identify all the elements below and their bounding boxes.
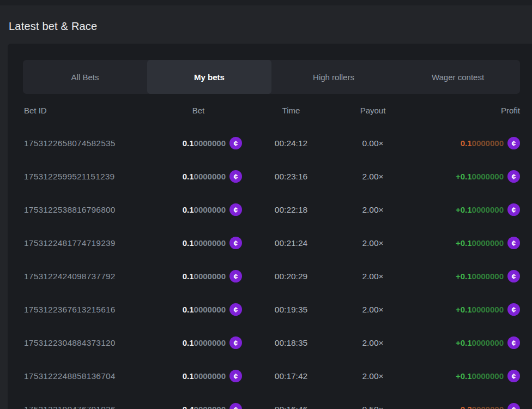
coin-icon: ¢ <box>507 303 520 316</box>
bet-payout: 0.00× <box>340 139 406 148</box>
amount-value: +0.10000000 <box>456 305 504 314</box>
coin-icon: ¢ <box>229 170 242 183</box>
bet-payout: 2.00× <box>340 238 406 248</box>
bet-payout: 2.00× <box>340 305 406 315</box>
bet-amount-cell: 0.10000000¢ <box>155 203 242 216</box>
coin-icon: ¢ <box>229 303 242 316</box>
tab-high-rollers[interactable]: High rollers <box>271 60 396 94</box>
bet-id: 1753122190476791926 <box>24 405 155 409</box>
top-edge-strip <box>0 0 532 5</box>
coin-icon: ¢ <box>229 237 242 249</box>
tab-all-bets[interactable]: All Bets <box>23 60 147 94</box>
bet-profit-cell: +0.10000000¢ <box>406 237 520 249</box>
coin-icon: ¢ <box>507 237 520 249</box>
bet-payout: 2.00× <box>340 272 406 281</box>
coin-icon: ¢ <box>507 137 520 149</box>
amount-value: 0.10000000 <box>183 272 226 281</box>
col-header-profit: Profit <box>406 106 520 115</box>
amount-value: +0.10000000 <box>456 172 504 181</box>
bet-id: 1753122658074582535 <box>24 139 155 148</box>
amount-value: +0.10000000 <box>456 338 504 347</box>
bet-time: 00:17:42 <box>242 371 340 381</box>
coin-icon: ¢ <box>229 403 242 409</box>
coin-icon: ¢ <box>507 403 520 409</box>
bets-table: Bet ID Bet Time Payout Profit 1753122658… <box>24 94 520 409</box>
bet-payout: 2.00× <box>340 338 406 348</box>
coin-icon: ¢ <box>507 203 520 216</box>
bet-row[interactable]: 17531225995211512390.10000000¢00:23:162.… <box>24 160 520 193</box>
bet-id: 1753122599521151239 <box>24 172 155 182</box>
bet-payout: 2.00× <box>340 172 406 182</box>
tab-wager-contest[interactable]: Wager contest <box>396 60 520 94</box>
amount-value: 0.10000000 <box>183 238 226 248</box>
amount-value: 0.10000000 <box>183 205 226 214</box>
bet-time: 00:19:35 <box>242 305 340 315</box>
bet-payout: 0.50× <box>340 405 406 409</box>
tab-my-bets[interactable]: My bets <box>147 60 271 94</box>
bet-time: 00:21:24 <box>242 238 340 248</box>
bet-row[interactable]: 17531226580745825350.10000000¢00:24:120.… <box>24 127 520 160</box>
bet-id: 1753122248858136704 <box>24 371 155 381</box>
bet-amount-cell: 0.40000000¢ <box>155 403 242 409</box>
bet-profit-cell: +0.10000000¢ <box>406 336 520 349</box>
bet-row[interactable]: 17531221904767919260.40000000¢00:16:460.… <box>24 393 520 409</box>
bet-profit-cell: +0.10000000¢ <box>406 270 520 282</box>
table-header-row: Bet ID Bet Time Payout Profit <box>24 94 520 127</box>
bet-time: 00:23:16 <box>242 172 340 182</box>
amount-value: +0.10000000 <box>456 205 504 214</box>
page-title: Latest bet & Race <box>9 20 97 33</box>
amount-value: 0.10000000 <box>183 371 226 381</box>
bet-id: 1753122481774719239 <box>24 238 155 248</box>
bet-row[interactable]: 17531222488581367040.10000000¢00:17:422.… <box>24 359 520 393</box>
bet-row[interactable]: 17531224240987377920.10000000¢00:20:292.… <box>24 260 520 293</box>
amount-value: 0.40000000 <box>183 405 226 409</box>
bet-row[interactable]: 17531223048843731200.10000000¢00:18:352.… <box>24 326 520 359</box>
bet-profit-cell: +0.10000000¢ <box>406 170 520 183</box>
bet-row[interactable]: 17531223676132156160.10000000¢00:19:352.… <box>24 293 520 326</box>
coin-icon: ¢ <box>507 270 520 282</box>
coin-icon: ¢ <box>507 170 520 183</box>
bet-profit-cell: 0.10000000¢ <box>406 137 520 149</box>
bet-amount-cell: 0.10000000¢ <box>155 237 242 249</box>
bet-amount-cell: 0.10000000¢ <box>155 303 242 316</box>
bet-profit-cell: +0.10000000¢ <box>406 303 520 316</box>
coin-icon: ¢ <box>507 336 520 349</box>
col-header-payout: Payout <box>340 106 406 115</box>
col-header-bet-id: Bet ID <box>24 106 155 115</box>
bet-time: 00:24:12 <box>242 139 340 148</box>
table-body: 17531226580745825350.10000000¢00:24:120.… <box>24 127 520 409</box>
coin-icon: ¢ <box>229 370 242 382</box>
coin-icon: ¢ <box>507 370 520 382</box>
amount-value: 0.20000000 <box>461 405 504 409</box>
bet-row[interactable]: 17531225388167968000.10000000¢00:22:182.… <box>24 193 520 226</box>
bet-id: 1753122367613215616 <box>24 305 155 315</box>
col-header-bet: Bet <box>155 106 242 115</box>
coin-icon: ¢ <box>229 270 242 282</box>
bet-profit-cell: +0.10000000¢ <box>406 203 520 216</box>
bet-amount-cell: 0.10000000¢ <box>155 170 242 183</box>
bet-row[interactable]: 17531224817747192390.10000000¢00:21:242.… <box>24 226 520 260</box>
amount-value: 0.10000000 <box>183 139 226 148</box>
bets-tabbar: All BetsMy betsHigh rollersWager contest <box>23 60 520 94</box>
bet-payout: 2.00× <box>340 205 406 215</box>
bet-id: 1753122304884373120 <box>24 338 155 348</box>
amount-value: +0.10000000 <box>456 371 504 381</box>
amount-value: 0.10000000 <box>461 139 504 148</box>
bet-amount-cell: 0.10000000¢ <box>155 270 242 282</box>
bet-time: 00:16:46 <box>242 405 340 409</box>
amount-value: +0.10000000 <box>456 238 504 248</box>
bet-amount-cell: 0.10000000¢ <box>155 370 242 382</box>
coin-icon: ¢ <box>229 336 242 349</box>
coin-icon: ¢ <box>229 203 242 216</box>
bet-amount-cell: 0.10000000¢ <box>155 137 242 149</box>
bet-profit-cell: 0.20000000¢ <box>406 403 520 409</box>
amount-value: +0.10000000 <box>456 272 504 281</box>
bet-time: 00:22:18 <box>242 205 340 215</box>
bet-id: 1753122424098737792 <box>24 272 155 281</box>
amount-value: 0.10000000 <box>183 172 226 181</box>
bet-time: 00:18:35 <box>242 338 340 348</box>
coin-icon: ¢ <box>229 137 242 149</box>
col-header-time: Time <box>242 106 340 115</box>
amount-value: 0.10000000 <box>183 305 226 314</box>
bet-amount-cell: 0.10000000¢ <box>155 336 242 349</box>
